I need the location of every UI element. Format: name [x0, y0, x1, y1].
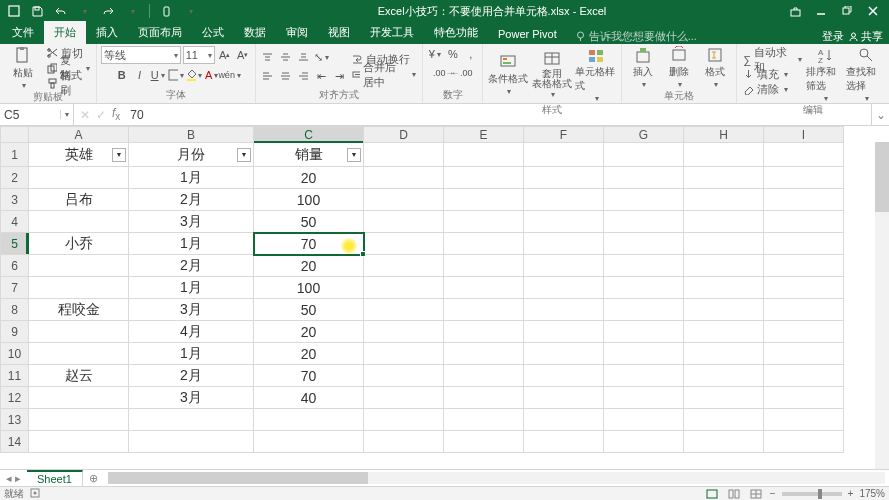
cell-H6[interactable]: [684, 255, 764, 277]
chevron-down-icon[interactable]: ▾: [60, 110, 69, 119]
sheet-tab-1[interactable]: Sheet1: [27, 470, 83, 486]
cell-D11[interactable]: [364, 365, 444, 387]
cell-E11[interactable]: [444, 365, 524, 387]
vertical-scrollbar[interactable]: [875, 142, 889, 469]
cell-F7[interactable]: [524, 277, 604, 299]
cell-A7[interactable]: [29, 277, 129, 299]
cell-H2[interactable]: [684, 167, 764, 189]
cell-B3[interactable]: 2月: [129, 189, 254, 211]
cell-B11[interactable]: 2月: [129, 365, 254, 387]
cell-I10[interactable]: [764, 343, 844, 365]
cell-I8[interactable]: [764, 299, 844, 321]
conditional-format-button[interactable]: 条件格式▾: [487, 53, 529, 96]
cell-H10[interactable]: [684, 343, 764, 365]
format-cells-button[interactable]: 格式▾: [698, 46, 732, 89]
cell-G12[interactable]: [604, 387, 684, 409]
cell-E5[interactable]: [444, 233, 524, 255]
zoom-slider[interactable]: [782, 492, 842, 496]
undo-button[interactable]: [50, 2, 70, 20]
tab-review[interactable]: 审阅: [276, 21, 318, 44]
cell-A6[interactable]: [29, 255, 129, 277]
cell-H14[interactable]: [684, 431, 764, 453]
cell-D4[interactable]: [364, 211, 444, 233]
close-button[interactable]: [861, 2, 885, 20]
increase-indent-button[interactable]: ⇥: [332, 69, 348, 85]
comma-button[interactable]: ,: [463, 46, 479, 62]
row-header-6[interactable]: 6: [1, 255, 29, 277]
find-select-button[interactable]: 查找和选择▾: [846, 46, 885, 103]
cell-I7[interactable]: [764, 277, 844, 299]
cell-F4[interactable]: [524, 211, 604, 233]
tab-formulas[interactable]: 公式: [192, 21, 234, 44]
delete-cells-button[interactable]: 删除▾: [662, 46, 696, 89]
cell-D12[interactable]: [364, 387, 444, 409]
share-button[interactable]: 共享: [848, 29, 883, 44]
row-header-12[interactable]: 12: [1, 387, 29, 409]
column-header-I[interactable]: I: [764, 127, 844, 143]
clear-button[interactable]: 清除▾: [741, 83, 803, 97]
bold-button[interactable]: B: [114, 67, 130, 83]
cell-C1[interactable]: 销量▼: [254, 143, 364, 167]
cell-D13[interactable]: [364, 409, 444, 431]
cell-H1[interactable]: [684, 143, 764, 167]
cell-A14[interactable]: [29, 431, 129, 453]
tab-special[interactable]: 特色功能: [424, 21, 488, 44]
cell-I6[interactable]: [764, 255, 844, 277]
filter-button-B[interactable]: ▼: [237, 148, 251, 162]
enter-formula-button[interactable]: ✓: [96, 108, 106, 122]
filter-button-C[interactable]: ▼: [347, 148, 361, 162]
cell-A1[interactable]: 英雄▼: [29, 143, 129, 167]
italic-button[interactable]: I: [132, 67, 148, 83]
cell-B1[interactable]: 月份▼: [129, 143, 254, 167]
row-header-1[interactable]: 1: [1, 143, 29, 167]
tab-file[interactable]: 文件: [2, 21, 44, 44]
cell-C13[interactable]: [254, 409, 364, 431]
expand-formula-bar[interactable]: ⌄: [871, 104, 889, 125]
cell-B9[interactable]: 4月: [129, 321, 254, 343]
cell-I2[interactable]: [764, 167, 844, 189]
cell-E14[interactable]: [444, 431, 524, 453]
cell-G9[interactable]: [604, 321, 684, 343]
cell-D3[interactable]: [364, 189, 444, 211]
cell-F10[interactable]: [524, 343, 604, 365]
row-header-10[interactable]: 10: [1, 343, 29, 365]
row-header-4[interactable]: 4: [1, 211, 29, 233]
cell-F1[interactable]: [524, 143, 604, 167]
column-header-A[interactable]: A: [29, 127, 129, 143]
touch-mode-button[interactable]: [156, 2, 176, 20]
cell-G3[interactable]: [604, 189, 684, 211]
sheet-nav-next[interactable]: ▸: [15, 472, 21, 485]
column-header-H[interactable]: H: [684, 127, 764, 143]
cell-F13[interactable]: [524, 409, 604, 431]
cell-F3[interactable]: [524, 189, 604, 211]
cell-G2[interactable]: [604, 167, 684, 189]
increase-font-button[interactable]: A▴: [217, 47, 233, 63]
row-header-3[interactable]: 3: [1, 189, 29, 211]
phonetic-button[interactable]: wén▾: [222, 67, 238, 83]
cell-H5[interactable]: [684, 233, 764, 255]
cell-F5[interactable]: [524, 233, 604, 255]
orientation-button[interactable]: ⤡▾: [314, 50, 330, 66]
page-break-view-button[interactable]: [748, 488, 764, 500]
cell-C11[interactable]: 70: [254, 365, 364, 387]
row-header-14[interactable]: 14: [1, 431, 29, 453]
cell-C5[interactable]: 70: [254, 233, 364, 255]
tab-data[interactable]: 数据: [234, 21, 276, 44]
align-bottom-button[interactable]: [296, 50, 312, 66]
cell-C3[interactable]: 100: [254, 189, 364, 211]
cell-D1[interactable]: [364, 143, 444, 167]
name-box[interactable]: C5▾: [0, 104, 74, 125]
cell-D10[interactable]: [364, 343, 444, 365]
cell-A4[interactable]: [29, 211, 129, 233]
save-button[interactable]: [27, 2, 47, 20]
cell-F2[interactable]: [524, 167, 604, 189]
cell-G14[interactable]: [604, 431, 684, 453]
cell-G10[interactable]: [604, 343, 684, 365]
fx-button[interactable]: fx: [112, 106, 120, 122]
cell-A9[interactable]: [29, 321, 129, 343]
page-layout-view-button[interactable]: [726, 488, 742, 500]
cell-G6[interactable]: [604, 255, 684, 277]
sheet-nav-prev[interactable]: ◂: [6, 472, 12, 485]
cell-I13[interactable]: [764, 409, 844, 431]
align-right-button[interactable]: [296, 69, 312, 85]
